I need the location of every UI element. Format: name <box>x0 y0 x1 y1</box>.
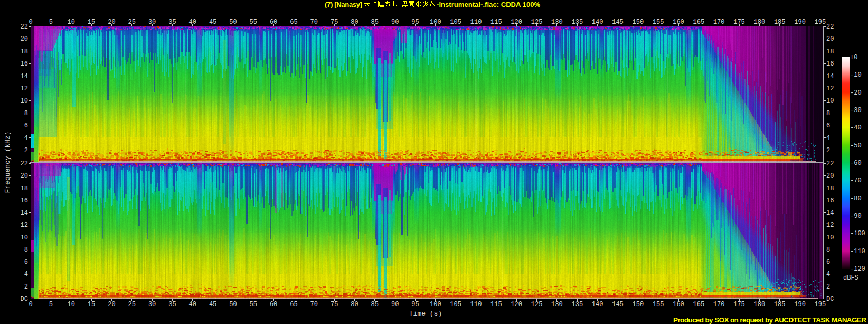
svg-text:155: 155 <box>653 18 664 26</box>
svg-text:-40: -40 <box>850 124 862 132</box>
svg-text:85: 85 <box>371 18 379 26</box>
svg-text:85: 85 <box>371 301 379 308</box>
svg-text:16: 16 <box>826 60 834 68</box>
svg-text:110: 110 <box>470 18 482 26</box>
svg-text:160: 160 <box>673 18 684 26</box>
svg-text:35: 35 <box>168 18 176 26</box>
svg-text:4: 4 <box>24 271 28 278</box>
svg-text:6: 6 <box>24 122 28 129</box>
svg-text:30: 30 <box>148 18 156 26</box>
svg-text:80: 80 <box>351 301 358 308</box>
svg-text:0: 0 <box>29 18 32 26</box>
svg-text:+0: +0 <box>850 54 857 61</box>
svg-text:-80: -80 <box>850 195 862 202</box>
svg-text:12: 12 <box>21 221 28 229</box>
svg-text:40: 40 <box>188 301 196 308</box>
svg-text:20: 20 <box>108 301 115 308</box>
svg-text:70: 70 <box>310 301 318 308</box>
svg-text:-110: -110 <box>850 248 865 255</box>
svg-text:90: 90 <box>391 18 399 26</box>
svg-text:2: 2 <box>24 147 28 154</box>
svg-text:14: 14 <box>21 209 28 217</box>
svg-text:-100: -100 <box>850 230 865 237</box>
svg-text:150: 150 <box>632 18 644 26</box>
svg-text:165: 165 <box>693 18 704 26</box>
svg-text:120: 120 <box>511 301 522 308</box>
svg-text:160: 160 <box>673 301 684 308</box>
svg-text:2: 2 <box>826 147 830 154</box>
svg-text:6: 6 <box>24 258 28 266</box>
svg-text:25: 25 <box>128 18 135 26</box>
svg-text:185: 185 <box>774 18 786 26</box>
svg-text:15: 15 <box>88 301 95 308</box>
svg-text:10: 10 <box>21 97 28 105</box>
svg-text:16: 16 <box>21 60 28 68</box>
svg-text:16: 16 <box>21 197 28 205</box>
svg-text:8: 8 <box>826 110 830 117</box>
svg-text:18: 18 <box>826 185 834 192</box>
svg-text:175: 175 <box>733 301 745 308</box>
svg-text:DC: DC <box>826 295 834 303</box>
svg-text:6: 6 <box>826 122 830 129</box>
svg-text:18: 18 <box>21 185 28 192</box>
svg-text:-60: -60 <box>850 160 862 167</box>
svg-text:105: 105 <box>450 301 461 308</box>
svg-text:55: 55 <box>250 18 257 26</box>
svg-text:12: 12 <box>826 85 834 92</box>
svg-text:130: 130 <box>551 18 563 26</box>
svg-text:140: 140 <box>592 301 603 308</box>
svg-text:-30: -30 <box>850 107 862 114</box>
svg-text:65: 65 <box>290 18 297 26</box>
svg-text:14: 14 <box>826 209 834 217</box>
svg-text:10: 10 <box>67 301 74 308</box>
svg-text:45: 45 <box>209 301 216 308</box>
svg-text:140: 140 <box>592 18 603 26</box>
svg-text:65: 65 <box>290 301 297 308</box>
svg-text:110: 110 <box>470 301 482 308</box>
svg-text:35: 35 <box>168 301 176 308</box>
svg-text:4: 4 <box>826 271 830 278</box>
svg-text:30: 30 <box>148 301 156 308</box>
svg-text:80: 80 <box>351 18 358 26</box>
svg-text:90: 90 <box>391 301 399 308</box>
svg-text:100: 100 <box>430 18 441 26</box>
svg-text:180: 180 <box>754 301 766 308</box>
svg-text:75: 75 <box>331 18 338 26</box>
svg-text:75: 75 <box>331 301 338 308</box>
svg-text:10: 10 <box>826 97 834 105</box>
svg-text:22: 22 <box>21 160 28 168</box>
svg-text:145: 145 <box>612 18 624 26</box>
svg-text:125: 125 <box>531 301 543 308</box>
svg-text:25: 25 <box>128 301 135 308</box>
svg-text:120: 120 <box>511 18 522 26</box>
svg-text:155: 155 <box>653 301 664 308</box>
svg-text:Frequency (kHz): Frequency (kHz) <box>4 131 12 193</box>
svg-text:20: 20 <box>826 35 834 43</box>
svg-text:130: 130 <box>551 301 563 308</box>
svg-text:22: 22 <box>826 23 834 31</box>
svg-text:8: 8 <box>826 246 830 254</box>
svg-text:-90: -90 <box>850 212 862 220</box>
svg-text:40: 40 <box>188 18 196 26</box>
svg-text:22: 22 <box>826 160 834 168</box>
svg-text:70: 70 <box>310 18 318 26</box>
svg-text:18: 18 <box>826 48 834 55</box>
svg-text:14: 14 <box>21 73 28 80</box>
svg-text:(7) [Nanasy]: (7) [Nanasy] <box>325 1 362 8</box>
svg-text:180: 180 <box>754 18 766 26</box>
svg-text:10: 10 <box>826 234 834 242</box>
svg-text:10: 10 <box>67 18 74 26</box>
svg-text:14: 14 <box>826 73 834 80</box>
svg-text:50: 50 <box>229 301 237 308</box>
svg-text:175: 175 <box>733 18 745 26</box>
svg-text:95: 95 <box>411 301 419 308</box>
svg-text:-10: -10 <box>850 71 862 79</box>
svg-text:105: 105 <box>450 18 461 26</box>
svg-text:115: 115 <box>490 18 502 26</box>
svg-text:60: 60 <box>270 18 277 26</box>
svg-text:-70: -70 <box>850 177 862 184</box>
svg-text:4: 4 <box>24 134 28 142</box>
svg-text:95: 95 <box>411 18 419 26</box>
svg-text:185: 185 <box>774 301 786 308</box>
svg-text:18: 18 <box>21 48 28 55</box>
